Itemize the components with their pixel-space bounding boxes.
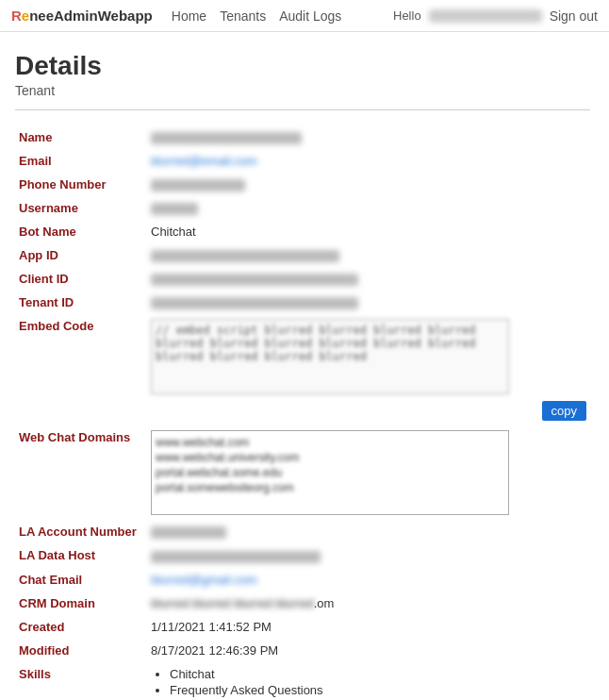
page-content: Details Tenant Name Email blurred@email.… (0, 32, 609, 700)
field-appid: App ID (15, 243, 590, 267)
domain-item: www.webchat.university.com (156, 450, 504, 465)
hello-text: Hello (393, 8, 421, 23)
field-skills: Skills Chitchat Frequently Asked Questio… (15, 662, 590, 701)
value-botname: Chitchat (147, 220, 590, 243)
field-crm-domain: CRM Domain blurred blurred blurred blurr… (15, 592, 590, 615)
nav-home[interactable]: Home (172, 8, 206, 24)
value-phone (147, 173, 590, 196)
field-name: Name (15, 125, 590, 149)
field-modified: Modified 8/17/2021 12:46:39 PM (15, 639, 590, 662)
divider (15, 109, 590, 110)
field-botname: Bot Name Chitchat (15, 220, 590, 243)
field-la-host: LA Data Host (15, 543, 590, 567)
value-la-account (147, 520, 590, 543)
value-la-host (147, 543, 590, 567)
skill-item: Chitchat (170, 667, 586, 681)
navbar-right: Hello Sign out (393, 8, 598, 24)
value-skills: Chitchat Frequently Asked Questions SRNe… (147, 662, 590, 701)
label-phone: Phone Number (15, 173, 147, 196)
value-chat-email: blurred@gmail.com (147, 568, 590, 592)
value-created: 1/11/2021 1:41:52 PM (147, 615, 590, 639)
field-phone: Phone Number (15, 173, 590, 196)
la-host-blurred (151, 551, 321, 563)
user-email (429, 9, 542, 23)
label-created: Created (15, 615, 147, 639)
nav-audit-logs[interactable]: Audit Logs (279, 8, 341, 24)
la-account-blurred (151, 526, 226, 539)
brand: ReneeAdminWebapp (11, 8, 153, 24)
value-crm-domain: blurred blurred blurred blurred.om (147, 592, 590, 615)
label-embedcode: Embed Code (15, 314, 147, 425)
value-clientid (147, 267, 590, 291)
value-modified: 8/17/2021 12:46:39 PM (147, 639, 590, 662)
signout-link[interactable]: Sign out (550, 8, 598, 24)
label-name: Name (15, 125, 147, 149)
label-skills: Skills (15, 662, 147, 701)
label-clientid: Client ID (15, 267, 147, 291)
label-la-account: LA Account Number (15, 520, 147, 543)
value-embedcode: // embed script blurred blurred blurred … (147, 314, 590, 425)
copy-btn-container: copy (228, 401, 586, 421)
field-username: Username (15, 196, 590, 220)
tenantid-blurred (151, 297, 358, 309)
skills-list: Chitchat Frequently Asked Questions SRNe… (151, 667, 586, 701)
label-chat-email: Chat Email (15, 568, 147, 592)
skill-item: Frequently Asked Questions (170, 683, 586, 697)
details-table: Name Email blurred@email.com Phone Numbe… (15, 125, 590, 700)
label-appid: App ID (15, 243, 147, 267)
chat-email-link[interactable]: blurred@gmail.com (151, 573, 257, 587)
label-modified: Modified (15, 639, 147, 662)
value-username (147, 196, 590, 220)
field-clientid: Client ID (15, 267, 590, 291)
label-domains: Web Chat Domains (15, 425, 147, 520)
copy-button[interactable]: copy (542, 401, 586, 421)
domain-item: www.webchat.com (156, 435, 504, 450)
value-appid (147, 243, 590, 267)
label-email: Email (15, 149, 147, 173)
value-email: blurred@email.com (147, 149, 590, 173)
field-domains: Web Chat Domains www.webchat.com www.web… (15, 425, 590, 520)
phone-blurred (151, 179, 245, 192)
appid-blurred (151, 250, 339, 262)
value-name (147, 125, 590, 149)
label-username: Username (15, 196, 147, 220)
embed-textarea[interactable]: // embed script blurred blurred blurred … (151, 319, 509, 394)
navbar: ReneeAdminWebapp Home Tenants Audit Logs… (0, 0, 609, 32)
label-crm-domain: CRM Domain (15, 592, 147, 615)
email-link[interactable]: blurred@email.com (151, 154, 257, 168)
name-blurred (151, 132, 302, 144)
page-title: Details (15, 51, 590, 81)
nav-tenants[interactable]: Tenants (220, 8, 266, 24)
label-botname: Bot Name (15, 220, 147, 243)
clientid-blurred (151, 274, 358, 286)
domains-listbox[interactable]: www.webchat.com www.webchat.university.c… (151, 430, 509, 515)
value-domains: www.webchat.com www.webchat.university.c… (147, 425, 590, 520)
domain-item: portal.webchat.some.edu (156, 465, 504, 480)
label-la-host: LA Data Host (15, 543, 147, 567)
field-chat-email: Chat Email blurred@gmail.com (15, 568, 590, 592)
field-email: Email blurred@email.com (15, 149, 590, 173)
username-blurred (151, 203, 198, 215)
label-tenantid: Tenant ID (15, 291, 147, 314)
field-la-account: LA Account Number (15, 520, 590, 543)
field-embedcode: Embed Code // embed script blurred blurr… (15, 314, 590, 425)
nav-links: Home Tenants Audit Logs (172, 8, 342, 24)
page-subtitle: Tenant (15, 83, 590, 98)
embed-container: // embed script blurred blurred blurred … (151, 319, 586, 421)
field-created: Created 1/11/2021 1:41:52 PM (15, 615, 590, 639)
domain-item: portal.somewebsiteorg.com (156, 480, 504, 495)
field-tenantid: Tenant ID (15, 291, 590, 314)
value-tenantid (147, 291, 590, 314)
